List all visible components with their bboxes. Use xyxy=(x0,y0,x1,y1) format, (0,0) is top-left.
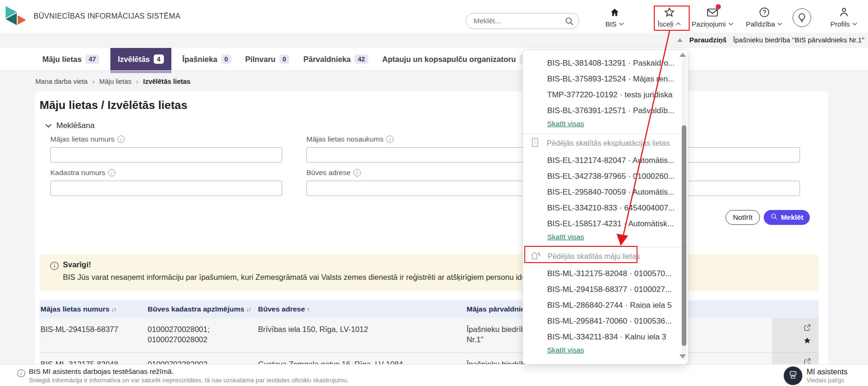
tab-parvaldnieka[interactable]: Pārvaldnieka42 xyxy=(300,48,371,70)
column-header[interactable]: Būves kadastra apzīmējums↓↑ xyxy=(147,305,257,313)
breadcrumb-item[interactable]: Māju lietas xyxy=(99,78,131,85)
breadcrumb-item[interactable]: Mana darba vieta xyxy=(35,78,88,85)
see-all-link[interactable]: Skatīt visas xyxy=(547,233,584,241)
search-button[interactable]: Meklēt xyxy=(764,210,810,225)
robot-icon xyxy=(788,370,798,382)
tab-count-badge: 0 xyxy=(279,54,290,64)
field-label: Mājas lietas nosaukumsi xyxy=(306,135,393,143)
sort-icon[interactable]: ↑ xyxy=(307,306,309,313)
sort-icon[interactable]: ↓↑ xyxy=(111,306,116,313)
breadcrumb: Mana darba vieta › Māju lietas › Izvēlēt… xyxy=(35,77,190,85)
shortcut-item[interactable]: BIS-EL-312174-82047 · Automātis... xyxy=(523,153,688,169)
tab-maju-lietas[interactable]: Māju lietas47 xyxy=(40,48,102,70)
see-all-link[interactable]: Skatīt visas xyxy=(547,346,584,354)
tab-pilnvaru[interactable]: Pilnvaru0 xyxy=(243,48,292,70)
tab-count-badge: 42 xyxy=(354,54,368,64)
building-icon xyxy=(530,137,540,149)
cell-number: BIS-ML-312175-82048 xyxy=(40,353,147,365)
open-external-icon[interactable] xyxy=(803,358,811,365)
shortcut-item[interactable]: BIS-ML-294158-68377 · 0100027... xyxy=(523,282,688,298)
cell-kadastrs: 01000702282002 xyxy=(147,353,226,365)
breadcrumb-current: Izvēlētās lietas xyxy=(143,78,190,85)
breadcrumb-separator: › xyxy=(92,77,95,85)
buves-adrese-field[interactable] xyxy=(306,181,538,196)
breadcrumb-separator: › xyxy=(136,77,138,85)
shortcut-item[interactable]: BIS-EL-295840-70059 · Automātis... xyxy=(523,184,688,200)
shortcut-item[interactable]: BIS-BL-375893-12524 · Mājas ren... xyxy=(523,71,688,87)
chevron-down-icon xyxy=(852,19,857,27)
favorite-star-icon[interactable] xyxy=(803,337,811,347)
chevron-down-icon xyxy=(728,19,733,27)
tab-count-badge: 0 xyxy=(221,54,231,64)
table-row[interactable]: BIS-ML-294158-68377 01000270028001; 0100… xyxy=(40,318,819,353)
shortcut-item[interactable]: TMP-377220-10192 · tests juridiska xyxy=(523,87,688,103)
shortcut-item[interactable]: BIS-EL-342738-97965 · 01000260... xyxy=(523,169,688,184)
assistant-name[interactable]: MI asistents xyxy=(807,367,848,376)
info-icon[interactable]: i xyxy=(386,135,393,143)
star-icon xyxy=(652,6,686,18)
nav-profile[interactable]: Profils xyxy=(824,6,863,28)
important-notice: Svarīgi! BIS Jūs varat nesaņemt informāc… xyxy=(40,254,819,291)
ai-assistant-button[interactable] xyxy=(784,366,802,385)
see-all-link[interactable]: Skatīt visas xyxy=(547,120,584,128)
info-circle-icon xyxy=(17,369,26,379)
shortcut-item[interactable]: BIS-BL-376391-12571 · Pašvaldīb... xyxy=(523,103,688,119)
results-table: Mājas lietas numurs↓↑ Būves kadastra apz… xyxy=(40,300,819,365)
search-section-toggle[interactable]: Meklēšana xyxy=(45,121,95,130)
shortcut-item[interactable]: BIS-BL-381408-13291 · Paskaidro... xyxy=(523,55,688,71)
user-switcher-caret-icon[interactable] xyxy=(677,38,683,42)
lightbulb-icon xyxy=(793,8,811,27)
question-icon xyxy=(743,6,785,18)
nav-notifications[interactable]: Paziņojumi xyxy=(688,6,737,28)
scroll-up-icon[interactable] xyxy=(679,53,686,57)
user-organization: Īpašnieku biedrība "BIS pārvaldnieks Nr.… xyxy=(733,36,864,44)
user-name[interactable]: Paraudziņš xyxy=(689,36,726,44)
nav-shortcuts[interactable]: Īsceļi xyxy=(652,6,686,28)
info-icon[interactable]: i xyxy=(117,135,125,143)
sort-icon[interactable]: ↓↑ xyxy=(246,306,251,313)
table-header-row: Mājas lietas numurs↓↑ Būves kadastra apz… xyxy=(40,300,819,318)
user-context-bar: Paraudziņš Īpašnieku biedrība "BIS pārva… xyxy=(0,33,868,48)
table-row[interactable]: BIS-ML-312175-82048 01000702282002 Gusta… xyxy=(40,353,819,365)
nav-idea[interactable] xyxy=(793,8,814,27)
tab-aptauju[interactable]: Aptauju un kopsapulču organizatoru0 xyxy=(380,48,533,70)
dropdown-scrollbar-thumb[interactable] xyxy=(682,125,686,346)
shortcut-item[interactable]: BIS-ML-286840-2744 · Raiņa iela 5 xyxy=(523,298,688,313)
search-input[interactable] xyxy=(474,14,562,28)
info-icon[interactable]: i xyxy=(353,169,361,176)
cell-kadastrs: 01000270028001; 01000270028002 xyxy=(147,318,226,352)
envelope-icon xyxy=(706,6,719,18)
tab-izveletas[interactable]: Izvēlētās4 xyxy=(110,48,171,70)
majas-lietas-nosaukums-field[interactable] xyxy=(306,147,538,163)
field-label: Būves adresei xyxy=(306,169,361,177)
majas-lietas-numurs-field[interactable] xyxy=(50,147,282,163)
assistant-subtitle: Viedais palīgs xyxy=(807,377,844,384)
home-icon xyxy=(601,6,629,18)
tab-ipasnieka[interactable]: Īpašnieka0 xyxy=(180,48,234,70)
clear-button[interactable]: Notīrīt xyxy=(726,210,760,225)
scroll-down-icon[interactable] xyxy=(679,354,686,359)
shortcuts-dropdown: BIS-BL-381408-13291 · Paskaidro... BIS-B… xyxy=(522,49,688,365)
column-header[interactable]: Mājas lietas numurs↓↑ xyxy=(40,305,147,313)
footer-disclaimer-body: Sniegtā informācija ir informatīva un va… xyxy=(29,377,349,384)
kadastra-numurs-field[interactable] xyxy=(50,181,282,196)
column-header[interactable]: Būves adrese↑ xyxy=(257,305,466,313)
nav-bis[interactable]: BIS xyxy=(601,6,629,28)
search-icon[interactable] xyxy=(564,16,574,28)
open-external-icon[interactable] xyxy=(803,324,811,334)
global-search[interactable] xyxy=(466,13,579,29)
search-icon xyxy=(770,213,778,222)
section-header-ekspluatacijas: Pēdējās skatītās ekspluatācijas lietas xyxy=(523,134,688,153)
row-actions xyxy=(772,318,819,352)
notification-dot xyxy=(716,4,721,9)
tab-bar: Māju lietas47 Izvēlētās4 Īpašnieka0 Piln… xyxy=(0,48,868,71)
shortcut-item[interactable]: BIS-EL-334210-833 · 6454004007... xyxy=(523,200,688,216)
shortcut-item[interactable]: BIS-ML-312175-82048 · 0100570... xyxy=(523,266,688,282)
field-label: Kadastra numursi xyxy=(50,169,115,177)
nav-help[interactable]: Palīdzība xyxy=(743,6,785,28)
shortcut-item[interactable]: BIS-ML-295841-70060 · 0100536... xyxy=(523,313,688,329)
info-icon[interactable]: i xyxy=(108,169,115,176)
shortcut-item[interactable]: BIS-EL-158517-4231 · Automātisk... xyxy=(523,216,688,232)
shortcut-item[interactable]: BIS-ML-334211-834 · Kalnu iela 3 xyxy=(523,329,688,345)
section-header-maju-lietas: Pēdējās skatītās māju lietas xyxy=(523,247,688,266)
